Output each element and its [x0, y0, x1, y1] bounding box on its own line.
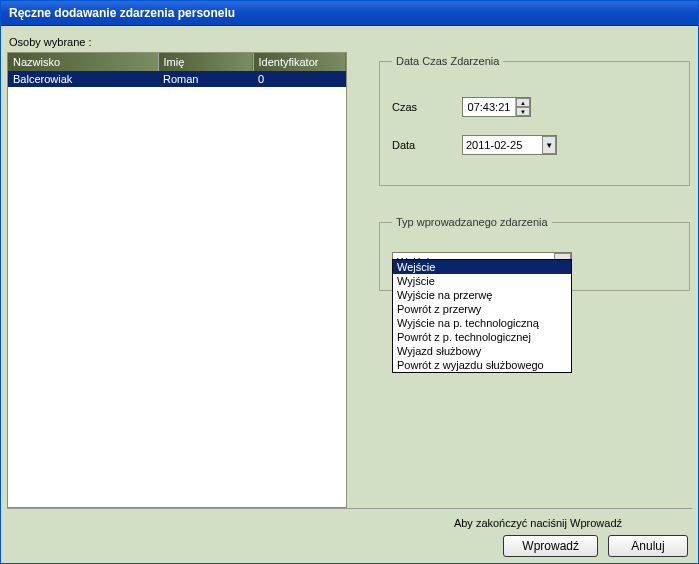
time-spinner: ▲ ▼: [515, 98, 530, 116]
ok-button[interactable]: Wprowadź: [503, 535, 598, 557]
option-wyjazd-sluzbowy[interactable]: Wyjazd służbowy: [393, 344, 571, 358]
datetime-group: Data Czas Zdarzenia Czas ▲ ▼ Data: [379, 55, 690, 186]
option-wyjscie-przerwa[interactable]: Wyjście na przerwę: [393, 288, 571, 302]
button-row: Wprowadź Anuluj: [503, 535, 692, 557]
event-type-dropdown: Wejście Wyjście Wyjście na przerwę Powró…: [392, 259, 572, 373]
col-firstname[interactable]: Imię: [158, 53, 253, 71]
date-label: Data: [392, 139, 442, 151]
col-surname[interactable]: Nazwisko: [8, 53, 158, 71]
option-wyjscie-tech[interactable]: Wyjście na p. technologiczną: [393, 316, 571, 330]
option-powrot-tech[interactable]: Powrót z p. technologicznej: [393, 330, 571, 344]
datetime-legend: Data Czas Zdarzenia: [392, 55, 503, 67]
cell-id: 0: [253, 71, 346, 87]
dialog-window: Ręczne dodawanie zdarzenia personelu Oso…: [0, 0, 699, 564]
option-powrot-przerwa[interactable]: Powrót z przerwy: [393, 302, 571, 316]
event-type-legend: Typ wprowadzanego zdarzenia: [392, 216, 552, 228]
people-table: Nazwisko Imię Identyfikator Balcerowiak …: [8, 53, 346, 87]
cell-firstname: Roman: [158, 71, 253, 87]
table-row[interactable]: Balcerowiak Roman 0: [8, 71, 346, 87]
time-label: Czas: [392, 101, 442, 113]
right-panel: Data Czas Zdarzenia Czas ▲ ▼ Data: [377, 32, 692, 508]
selected-people-label: Osoby wybrane :: [7, 32, 347, 52]
option-wejscie[interactable]: Wejście: [393, 260, 571, 274]
titlebar: Ręczne dodawanie zdarzenia personelu: [1, 1, 698, 26]
hint-text: Aby zakończyć naciśnij Wprowadź: [454, 517, 692, 529]
people-table-wrapper: Nazwisko Imię Identyfikator Balcerowiak …: [7, 52, 347, 508]
option-powrot-sluzbowy[interactable]: Powrót z wyjazdu służbowego: [393, 358, 571, 372]
client-area: Osoby wybrane : Nazwisko Imię Identyfika…: [1, 26, 698, 563]
cancel-button[interactable]: Anuluj: [608, 535, 688, 557]
date-input[interactable]: ▼: [462, 135, 557, 155]
spin-down-icon[interactable]: ▼: [516, 107, 530, 116]
time-field[interactable]: [463, 98, 515, 116]
time-row: Czas ▲ ▼: [392, 97, 677, 117]
bottom-bar: Aby zakończyć naciśnij Wprowadź Wprowadź…: [7, 508, 692, 557]
left-panel: Osoby wybrane : Nazwisko Imię Identyfika…: [7, 32, 347, 508]
table-header-row: Nazwisko Imię Identyfikator: [8, 53, 346, 71]
cell-surname: Balcerowiak: [8, 71, 158, 87]
option-wyjscie[interactable]: Wyjście: [393, 274, 571, 288]
event-type-group: Typ wprowadzanego zdarzenia ▼ Wejście Wy…: [379, 216, 690, 291]
date-field[interactable]: [463, 136, 542, 154]
date-row: Data ▼: [392, 135, 677, 155]
spin-up-icon[interactable]: ▲: [516, 98, 530, 107]
chevron-down-icon[interactable]: ▼: [542, 136, 556, 154]
window-title: Ręczne dodawanie zdarzenia personelu: [9, 6, 235, 20]
top-section: Osoby wybrane : Nazwisko Imię Identyfika…: [7, 32, 692, 508]
time-input[interactable]: ▲ ▼: [462, 97, 531, 117]
col-id[interactable]: Identyfikator: [253, 53, 346, 71]
